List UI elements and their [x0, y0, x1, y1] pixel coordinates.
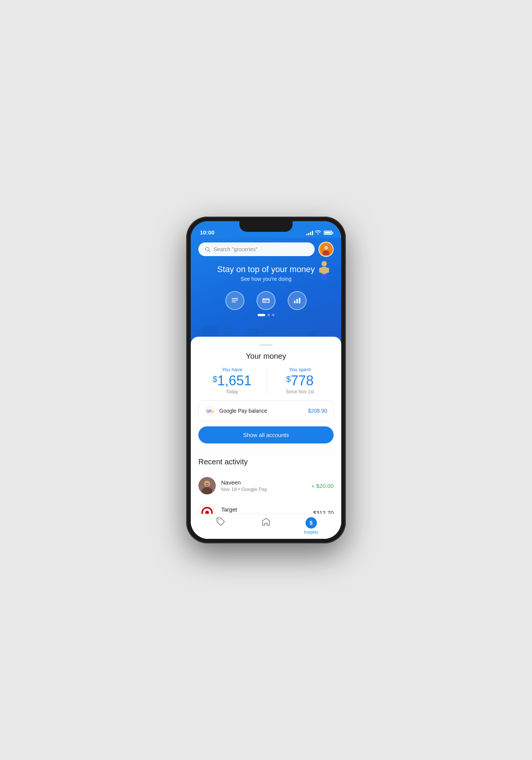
search-icon	[204, 246, 211, 252]
nav-item-insights[interactable]: $ Insights	[288, 517, 334, 534]
balance-amount: $208.90	[308, 408, 327, 414]
naveen-info: Naveen Nov 18 • Google Pay	[221, 479, 306, 492]
wifi-icon	[315, 230, 321, 236]
naveen-avatar	[198, 477, 216, 494]
white-card: Your money You have $1,651 Today You spe…	[191, 337, 341, 539]
you-spent-period: Since Nov 1st	[286, 389, 314, 394]
svg-text:a: a	[212, 409, 214, 413]
balance-left: G P a Google Pay balance	[205, 405, 267, 416]
screen-content: Search "groceries" Sta	[191, 238, 341, 539]
balance-name: Google Pay balance	[219, 408, 267, 414]
svg-rect-9	[319, 268, 322, 273]
nav-item-tags[interactable]	[198, 517, 244, 534]
hero-text: Stay on top of your money See how you're…	[198, 264, 334, 282]
home-icon	[261, 517, 271, 526]
card-icon	[262, 296, 270, 305]
you-have-period: Today	[226, 389, 238, 394]
person-illustration	[315, 261, 334, 287]
svg-rect-22	[296, 299, 298, 303]
search-row: Search "groceries"	[198, 242, 334, 257]
nav-insights-label: Insights	[304, 530, 318, 534]
svg-rect-8	[321, 267, 327, 274]
you-spent-section: You spent $778 Since Nov 1st	[266, 367, 334, 394]
svg-rect-10	[326, 268, 329, 273]
svg-rect-23	[299, 298, 301, 304]
naveen-avatar-image	[198, 477, 216, 494]
svg-text:P: P	[209, 409, 212, 413]
svg-point-16	[324, 246, 328, 250]
you-have-amount: $1,651	[213, 374, 252, 388]
battery-icon	[324, 231, 332, 235]
phone-screen: 10:00	[191, 221, 341, 539]
you-spent-label: You spent	[289, 367, 311, 372]
hero-subtitle: See how you're doing	[198, 276, 334, 282]
naveen-detail: Nov 18 • Google Pay	[221, 486, 306, 492]
you-spent-amount: $778	[286, 374, 314, 388]
svg-rect-21	[294, 301, 296, 303]
bottom-nav: $ Insights	[198, 514, 334, 539]
you-have-label: You have	[222, 367, 242, 372]
naveen-amount: + $20.00	[311, 483, 334, 489]
header-section: Search "groceries" Sta	[191, 238, 341, 344]
svg-point-32	[207, 483, 209, 484]
avatar-image	[320, 244, 332, 255]
svg-marker-6	[285, 325, 300, 335]
divider	[191, 451, 341, 451]
svg-point-33	[218, 519, 220, 521]
recent-activity-title: Recent activity	[198, 458, 334, 466]
search-bar[interactable]: Search "groceries"	[198, 242, 315, 256]
hero-title: Stay on top of your money	[198, 264, 334, 274]
svg-rect-18	[232, 298, 238, 299]
nav-item-home[interactable]	[244, 517, 289, 534]
google-pay-balance-row[interactable]: G P a Google Pay balance $208.90	[198, 401, 334, 421]
svg-rect-19	[232, 300, 238, 301]
user-avatar[interactable]	[318, 242, 334, 257]
svg-rect-20	[232, 302, 236, 302]
tag-icon	[216, 517, 225, 526]
signal-icon	[306, 231, 313, 235]
svg-line-14	[209, 250, 210, 252]
notch	[239, 221, 293, 232]
money-summary-row: You have $1,651 Today You spent $778 Sin…	[198, 367, 334, 394]
status-icons	[306, 230, 332, 236]
your-money-title: Your money	[198, 352, 334, 361]
show-all-accounts-button[interactable]: Show all accounts	[198, 426, 334, 443]
search-placeholder-text: Search "groceries"	[214, 246, 258, 252]
drag-handle	[259, 344, 273, 346]
list-icon	[231, 296, 239, 305]
gpay-logo-icon: G P a	[205, 405, 215, 416]
svg-point-7	[321, 261, 327, 266]
insights-icon: $	[306, 517, 317, 529]
activity-item-naveen[interactable]: Naveen Nov 18 • Google Pay + $20.00	[198, 472, 334, 499]
svg-point-31	[206, 483, 207, 484]
phone-frame: 10:00	[186, 217, 346, 543]
you-have-section: You have $1,651 Today	[198, 367, 266, 394]
status-time: 10:00	[200, 229, 214, 236]
naveen-name: Naveen	[221, 479, 306, 486]
bar-chart-icon	[293, 296, 301, 305]
target-name: Target	[221, 506, 308, 513]
